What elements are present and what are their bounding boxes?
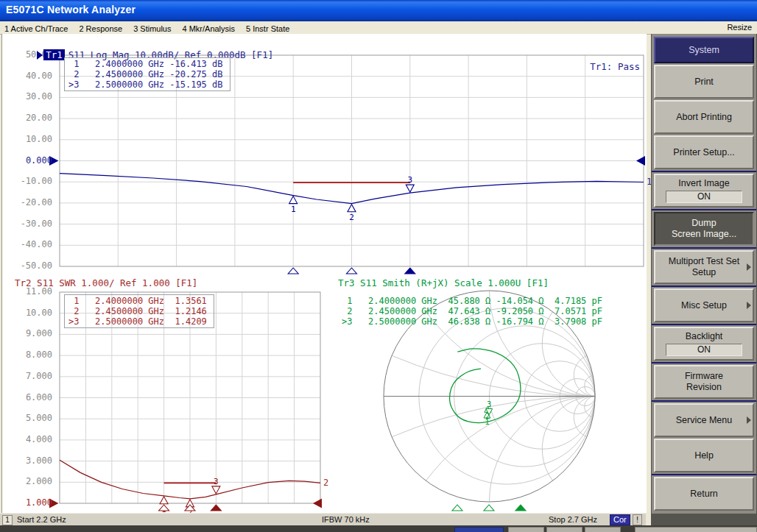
- y-tick-label: 7.000: [5, 371, 52, 381]
- y-tick-label: 10.00: [5, 134, 52, 144]
- softkey-label: Dump Screen Image...: [672, 218, 736, 240]
- y-tick-label: -30.00: [5, 219, 52, 229]
- y-tick-label: 40.00: [5, 71, 52, 81]
- taskbar-clock-area: [635, 527, 757, 532]
- softkey-group-separator: [652, 324, 756, 325]
- tr2-marker-row-1: 1 2.4000000 GHz 1.3561: [68, 296, 214, 306]
- tr1-stimulus-marker-3[interactable]: [405, 268, 415, 274]
- y-tick-label: 1.000: [5, 497, 52, 508]
- softkey-label: Service Menu: [676, 415, 732, 426]
- tr1-marker-row-3: >3 2.5000000 GHz -15.195 dB: [68, 79, 230, 90]
- tr3-stimulus-marker-2[interactable]: [484, 505, 494, 511]
- marker-number-label: 3: [407, 175, 412, 185]
- tr2-header[interactable]: Tr2 S11 SWR 1.000/ Ref 1.000 [F1]: [15, 277, 197, 288]
- softkey-printer-setup[interactable]: Printer Setup...: [654, 135, 754, 169]
- softkey-abort-printing[interactable]: Abort Printing: [654, 100, 754, 134]
- softkey-misc-setup[interactable]: Misc Setup: [654, 288, 754, 322]
- softkey-help[interactable]: Help: [654, 439, 754, 472]
- softkey-toggle-state[interactable]: ON: [666, 191, 742, 203]
- taskbar-item-icon[interactable]: [454, 527, 504, 532]
- softkey-label: System: [689, 45, 719, 56]
- tr3-stimulus-marker-1[interactable]: [452, 505, 462, 511]
- softkey-dump-screen-image[interactable]: Dump Screen Image...: [654, 212, 754, 246]
- marker-number-label: 3: [214, 477, 219, 486]
- y-tick-label: 9.000: [5, 328, 52, 338]
- y-tick-label: 30.00: [5, 91, 52, 102]
- tr3-marker-table: 1 2.4000000 GHz 45.880 Ω -14.054 Ω 4.718…: [338, 295, 602, 327]
- taskbar-item-icon[interactable]: [508, 527, 544, 532]
- softkey-service-menu[interactable]: Service Menu: [654, 403, 754, 437]
- tr1-marker-2[interactable]: 2: [348, 205, 356, 222]
- softkey-label: Return: [690, 489, 718, 500]
- tr3-header[interactable]: Tr3 S11 Smith (R+jX) Scale 1.000U [F1]: [338, 277, 549, 288]
- tr2-ref-level-indicator-right: [313, 499, 322, 508]
- softkey-print[interactable]: Print: [654, 65, 754, 99]
- tr3-marker-row-3: >3 2.5000000 GHz 46.838 Ω -16.794 Ω 3.79…: [342, 316, 602, 327]
- softkey-label: Invert Image: [678, 178, 729, 189]
- softkey-system[interactable]: System: [654, 37, 754, 63]
- tr1-marker-row-2: 2 2.4500000 GHz -20.275 dB: [68, 69, 230, 79]
- tr1-ref-level-indicator-right: [636, 156, 645, 166]
- y-tick-label: 4.000: [5, 434, 52, 444]
- softkey-multiport-test-set-setup[interactable]: Multiport Test Set Setup: [654, 250, 754, 284]
- tr2-stimulus-marker-1[interactable]: [159, 505, 169, 511]
- tr1-marker-3[interactable]: 3: [406, 175, 414, 192]
- menubar: 1 Active Ch/Trace2 Response3 Stimulus4 M…: [0, 21, 757, 35]
- softkey-group-separator: [652, 171, 756, 172]
- tr3-marker-row-1: 1 2.4000000 GHz 45.880 Ω -14.054 Ω 4.718…: [342, 296, 602, 306]
- softkey-label: Abort Printing: [676, 112, 732, 123]
- tr1-marker-table: 1 2.4000000 GHz -16.413 dB 2 2.4500000 G…: [64, 57, 230, 91]
- tr1-marker-row-1: 1 2.4000000 GHz -16.413 dB: [68, 59, 230, 69]
- y-tick-label: -20.00: [5, 197, 52, 208]
- stop-frequency-readout: Stop 2.7 GHz: [549, 515, 597, 524]
- tr1-stimulus-marker-2[interactable]: [347, 268, 357, 274]
- tr2-marker-row-2: 2 2.4500000 GHz 1.2146: [68, 306, 214, 316]
- softkey-backlight[interactable]: BacklightON: [654, 327, 754, 361]
- instrument-screen: E5071C Network Analyzer 1 Active Ch/Trac…: [0, 0, 757, 532]
- taskbar-item-icon[interactable]: [585, 527, 621, 532]
- resize-button[interactable]: Resize: [727, 21, 752, 34]
- marker-number-label: 2: [323, 478, 328, 488]
- y-tick-label: -50.00: [5, 260, 52, 271]
- y-tick-label: 3.000: [5, 455, 52, 466]
- window-title: E5071C Network Analyzer: [6, 4, 135, 15]
- tr2-marker-table: 1 2.4000000 GHz 1.3561 2 2.4500000 GHz 1…: [64, 294, 214, 328]
- softkey-group-separator: [652, 362, 756, 363]
- tr1-limit-status: Tr1: Pass: [510, 61, 640, 72]
- softkey-label: Firmware Revision: [685, 371, 723, 393]
- alert-indicator: !: [633, 514, 642, 525]
- y-tick-label: -40.00: [5, 239, 52, 249]
- y-tick-label: 6.000: [5, 392, 52, 402]
- softkey-firmware-revision[interactable]: Firmware Revision: [654, 365, 754, 399]
- softkey-label: Multiport Test Set Setup: [669, 256, 739, 278]
- softkey-label: Backlight: [686, 331, 723, 342]
- tr3-stimulus-marker-3[interactable]: [515, 505, 526, 511]
- tr1-marker-1[interactable]: 1: [289, 196, 297, 214]
- softkey-label: Print: [694, 77, 714, 88]
- softkey-return[interactable]: Return: [654, 477, 754, 511]
- softkey-invert-image[interactable]: Invert ImageON: [654, 174, 754, 208]
- taskbar-strip: [0, 525, 757, 532]
- tr1-stimulus-marker-1[interactable]: [288, 268, 298, 274]
- y-tick-label: 5.000: [5, 413, 52, 423]
- y-tick-label: 10.00: [5, 308, 52, 318]
- tr1-label: Tr1: [43, 49, 65, 60]
- y-tick-label: 0.000: [5, 155, 52, 166]
- marker-number-label: 2: [349, 213, 354, 222]
- window-titlebar[interactable]: E5071C Network Analyzer: [0, 0, 757, 21]
- marker-number-label: 3: [487, 400, 491, 408]
- softkey-group-separator: [652, 209, 756, 210]
- marker-number-label: 1: [291, 205, 296, 214]
- active-trace-indicator-icon: [37, 51, 43, 60]
- y-tick-label: 20.00: [5, 113, 52, 123]
- softkey-toggle-state[interactable]: ON: [666, 344, 742, 356]
- tr2-marker-3[interactable]: 3: [212, 477, 220, 494]
- submenu-arrow-icon: [747, 302, 751, 309]
- tr2-marker-row-3: >3 2.5000000 GHz 1.4209: [68, 316, 214, 327]
- tr2-stimulus-marker-3[interactable]: [211, 505, 221, 511]
- y-tick-label: 2.000: [5, 476, 52, 486]
- y-tick-label: 8.000: [5, 350, 52, 360]
- submenu-arrow-icon: [747, 416, 751, 424]
- taskbar-item-icon[interactable]: [546, 527, 582, 532]
- softkey-group-separator: [652, 474, 756, 475]
